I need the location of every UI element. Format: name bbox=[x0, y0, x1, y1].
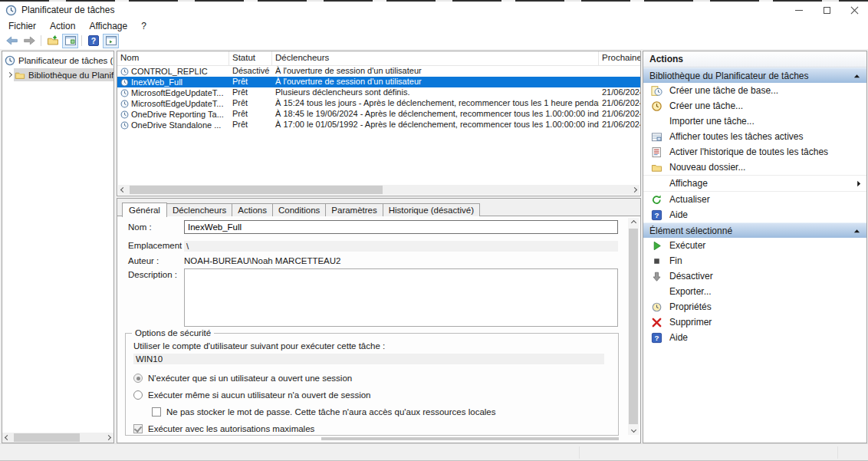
action-item-label: Créer une tâche... bbox=[669, 100, 866, 111]
menu-affichage[interactable]: Affichage bbox=[82, 19, 134, 33]
task-name-input[interactable] bbox=[184, 220, 618, 234]
security-options-group: Options de sécurité Utiliser le compte d… bbox=[125, 333, 619, 436]
tab-conditions[interactable]: Conditions bbox=[272, 203, 326, 216]
triangle-up-icon[interactable] bbox=[853, 74, 860, 78]
action-item[interactable]: Importer une tâche... bbox=[643, 114, 866, 129]
option-label: Ne pas stocker le mot de passe. Cette tâ… bbox=[166, 407, 495, 417]
option-no-password[interactable]: Ne pas stocker le mot de passe. Cette tâ… bbox=[152, 406, 495, 418]
scroll-up-button[interactable] bbox=[628, 218, 639, 228]
scroll-right-button[interactable] bbox=[630, 185, 639, 195]
create-task-icon bbox=[650, 100, 663, 112]
back-button[interactable] bbox=[4, 34, 20, 48]
task-row[interactable]: OneDrive Standalone ...PrêtÀ 17:00 le 01… bbox=[117, 120, 640, 130]
task-row[interactable]: CONTROL_REPLICDésactivéÀ l'ouverture de … bbox=[117, 66, 640, 77]
task-row[interactable]: InexWeb_FullPrêtÀ l'ouverture de session… bbox=[117, 77, 640, 87]
action-item-label: Actualiser bbox=[669, 194, 866, 205]
forward-button[interactable] bbox=[21, 34, 38, 48]
tab-historique[interactable]: Historique (désactivé) bbox=[383, 203, 480, 216]
action-item-label: Aide bbox=[669, 332, 866, 343]
action-item[interactable]: Exécuter bbox=[643, 238, 866, 253]
tree-item-root[interactable]: Planificateur de tâches (Local bbox=[2, 53, 113, 68]
column-header-nom[interactable]: Nom bbox=[117, 51, 229, 65]
triangle-up-icon[interactable] bbox=[853, 229, 860, 233]
action-item[interactable]: Afficher toutes les tâches actives bbox=[643, 129, 866, 144]
tab-general[interactable]: Général bbox=[122, 203, 167, 217]
checkbox-unchecked-icon[interactable] bbox=[152, 407, 161, 417]
export-list-button[interactable] bbox=[44, 34, 61, 48]
option-label: Exécuter même si aucun utilisateur n'a o… bbox=[148, 390, 370, 400]
action-section-header[interactable]: Bibliothèque du Planificateur de tâches bbox=[643, 68, 866, 83]
task-row[interactable]: MicrosoftEdgeUpdateT...PrêtÀ 15:24 tous … bbox=[117, 98, 640, 109]
show-console-tree-button[interactable] bbox=[62, 34, 78, 48]
action-item[interactable]: Exporter... bbox=[643, 284, 866, 299]
action-item[interactable]: Activer l'historique de toutes les tâche… bbox=[643, 144, 866, 160]
console-tree-panel: Planificateur de tâches (Local Bibliothè… bbox=[2, 51, 114, 443]
maximize-button[interactable] bbox=[813, 2, 840, 18]
action-item[interactable]: Créer une tâche... bbox=[643, 98, 866, 114]
action-item[interactable]: Propriétés bbox=[643, 299, 866, 314]
radio-selected-icon[interactable] bbox=[133, 374, 143, 383]
scroll-down-button[interactable] bbox=[628, 425, 639, 435]
clock-icon bbox=[120, 78, 129, 87]
task-name: MicrosoftEdgeUpdateT... bbox=[131, 88, 223, 98]
show-action-pane-button[interactable] bbox=[103, 34, 119, 48]
tree-item-library[interactable]: Bibliothèque du Planificat bbox=[2, 68, 113, 82]
scroll-left-button[interactable] bbox=[2, 433, 12, 443]
action-item-label: Exporter... bbox=[669, 286, 866, 297]
tab-parametres[interactable]: Paramètres bbox=[325, 203, 383, 216]
task-row[interactable]: OneDrive Reporting Ta...PrêtÀ 18:45 le 1… bbox=[117, 109, 640, 120]
list-horizontal-scrollbar[interactable] bbox=[118, 185, 639, 195]
tab-declencheurs[interactable]: Déclencheurs bbox=[166, 203, 232, 216]
auteur-value: NOAH-BUREAU\Noah MARCETTEAU2 bbox=[184, 256, 340, 265]
option-highest-privileges[interactable]: Exécuter avec les autorisations maximale… bbox=[133, 423, 314, 435]
basic-task-icon bbox=[650, 84, 663, 97]
tree-horizontal-scrollbar[interactable] bbox=[2, 433, 113, 443]
action-item[interactable]: ?Aide bbox=[643, 330, 866, 345]
scrollbar-thumb[interactable] bbox=[629, 229, 638, 424]
menu-fichier[interactable]: Fichier bbox=[2, 19, 43, 33]
menu-help[interactable]: ? bbox=[134, 19, 153, 33]
task-list-header: Nom Statut Déclencheurs Prochaine exé bbox=[117, 51, 640, 66]
column-header-declencheurs[interactable]: Déclencheurs bbox=[272, 51, 599, 65]
details-vertical-scrollbar[interactable] bbox=[628, 218, 639, 435]
action-item[interactable]: ?Aide bbox=[643, 207, 866, 222]
close-button[interactable] bbox=[840, 2, 868, 18]
scroll-right-button[interactable] bbox=[104, 433, 113, 443]
window-title: Planificateur de tâches bbox=[21, 5, 114, 15]
help-button[interactable]: ? bbox=[85, 34, 101, 48]
details-horizontal-scrollbar-thumb[interactable] bbox=[321, 437, 619, 440]
icon-placeholder bbox=[650, 177, 663, 189]
action-item[interactable]: Fin bbox=[643, 253, 866, 268]
app-clock-icon bbox=[5, 5, 17, 16]
task-triggers: À l'ouverture de session d'un utilisateu… bbox=[272, 77, 599, 87]
actions-panel-title: Actions bbox=[643, 51, 866, 68]
task-row[interactable]: MicrosoftEdgeUpdateT...PrêtPlusieurs déc… bbox=[117, 87, 640, 98]
action-item[interactable]: Créer une tâche de base... bbox=[643, 83, 866, 98]
option-label: N'exécuter que si un utilisateur a ouver… bbox=[148, 374, 352, 383]
active-tasks-icon bbox=[650, 130, 663, 143]
description-textarea[interactable] bbox=[184, 268, 618, 327]
radio-unselected-icon[interactable] bbox=[133, 390, 143, 400]
task-next-run bbox=[599, 66, 640, 77]
action-section-header[interactable]: Élément sélectionné bbox=[643, 222, 866, 238]
properties-icon bbox=[650, 301, 663, 313]
menu-bar: Fichier Action Affichage ? bbox=[0, 18, 868, 33]
scrollbar-thumb[interactable] bbox=[14, 433, 80, 442]
minimize-button[interactable] bbox=[785, 2, 813, 18]
checkbox-checked-icon[interactable] bbox=[133, 424, 143, 433]
option-run-not-logged-on[interactable]: Exécuter même si aucun utilisateur n'a o… bbox=[133, 389, 370, 401]
menu-action[interactable]: Action bbox=[43, 19, 82, 33]
option-run-logged-on[interactable]: N'exécuter que si un utilisateur a ouver… bbox=[133, 372, 352, 384]
column-header-prochaine[interactable]: Prochaine exé bbox=[599, 51, 640, 65]
chevron-right-icon[interactable] bbox=[5, 73, 14, 77]
action-item[interactable]: Supprimer bbox=[643, 314, 866, 330]
action-item[interactable]: Désactiver bbox=[643, 268, 866, 284]
tab-actions[interactable]: Actions bbox=[232, 203, 273, 216]
svg-text:?: ? bbox=[654, 211, 659, 219]
scrollbar-thumb[interactable] bbox=[130, 186, 383, 194]
scroll-left-button[interactable] bbox=[118, 185, 128, 195]
action-item[interactable]: Nouveau dossier... bbox=[643, 160, 866, 175]
column-header-statut[interactable]: Statut bbox=[229, 51, 272, 65]
action-item[interactable]: Actualiser bbox=[643, 192, 866, 207]
action-item[interactable]: Affichage bbox=[643, 176, 866, 191]
